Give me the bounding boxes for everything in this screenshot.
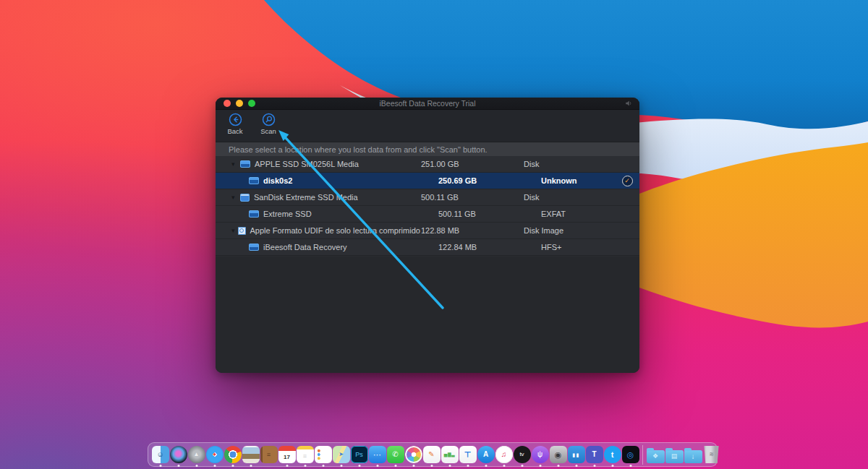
running-indicator <box>593 465 595 467</box>
numbers-glyph: ▅▇▃ <box>444 452 455 457</box>
running-indicator <box>286 465 288 467</box>
table-row-apple-ssd[interactable]: ▾ APPLE SSD SM0256L Media 251.00 GB Disk <box>216 156 639 173</box>
finder-icon[interactable]: ☺ <box>152 446 169 463</box>
photos-icon[interactable] <box>405 446 422 463</box>
toolbar: Back Scan <box>216 110 639 142</box>
running-indicator <box>557 465 559 467</box>
dock: ☺▲✦≡17≡➤Ps⋯✆✎▅▇▃⊤A♫tvψ◉▮▮Tt◎❖▤↓≋ <box>148 442 718 467</box>
running-indicator <box>521 465 523 467</box>
internal-drive-icon <box>240 160 250 168</box>
disclosure-triangle-icon[interactable]: ▾ <box>231 194 237 201</box>
music-icon[interactable]: ♫ <box>495 446 513 463</box>
selected-checkmark-icon[interactable]: ✓ <box>622 176 633 186</box>
pages-icon[interactable]: ✎ <box>423 446 441 463</box>
safari-icon[interactable]: ✦ <box>206 446 224 463</box>
internal-drive-icon <box>249 177 259 184</box>
contacts-glyph: ≡ <box>267 452 271 458</box>
ibeesoft-data-recovery-icon[interactable]: ◎ <box>622 446 639 463</box>
keynote-glyph: ⊤ <box>464 451 471 459</box>
disclosure-triangle-icon[interactable]: ▾ <box>231 227 235 234</box>
usb-drive-icon <box>240 194 250 202</box>
reminders-icon[interactable] <box>315 446 332 463</box>
internal-drive-icon <box>249 210 259 218</box>
teams-icon[interactable]: T <box>586 446 603 463</box>
documents-folder-icon[interactable]: ▤ <box>665 450 684 463</box>
running-indicator <box>213 465 216 467</box>
contacts-icon[interactable]: ≡ <box>260 446 278 463</box>
running-indicator <box>159 465 161 467</box>
facetime-icon[interactable]: ✆ <box>387 446 404 463</box>
running-indicator <box>394 465 396 467</box>
row-size: 122.88 MB <box>421 226 524 235</box>
row-size: 500.11 GB <box>421 193 524 202</box>
running-indicator <box>322 465 324 467</box>
photoshop-glyph: Ps <box>355 452 363 458</box>
image-viewer-icon[interactable] <box>242 446 260 463</box>
siri-icon[interactable] <box>170 446 187 463</box>
twitter-icon[interactable]: t <box>604 446 621 463</box>
maps-icon[interactable]: ➤ <box>333 446 350 463</box>
running-indicator <box>340 465 342 467</box>
zoom-button[interactable] <box>248 100 255 107</box>
row-type: HFS+ <box>541 243 615 251</box>
running-indicator <box>430 465 433 467</box>
window-title: iBeesoft Data Recovery Trial <box>216 99 639 108</box>
running-indicator <box>358 465 360 467</box>
table-row-disk0s2[interactable]: disk0s2 250.69 GB Unknown ✓ <box>216 173 639 189</box>
running-indicator <box>195 465 197 467</box>
disclosure-triangle-icon[interactable]: ▾ <box>231 160 237 168</box>
internal-drive-icon <box>249 244 259 251</box>
drive-table: ▾ APPLE SSD SM0256L Media 251.00 GB Disk… <box>216 156 639 256</box>
numbers-icon[interactable]: ▅▇▃ <box>441 446 459 463</box>
podcasts-icon[interactable]: ψ <box>532 446 549 463</box>
applications-folder-glyph: ❖ <box>652 453 658 460</box>
running-indicator <box>629 465 631 467</box>
maps-glyph: ➤ <box>339 452 344 457</box>
table-row-sandisk[interactable]: ▾ SanDisk Extreme SSD Media 500.11 GB Di… <box>216 189 639 206</box>
table-row-udif-media[interactable]: ▾ Apple Formato UDIF de solo lectura com… <box>216 223 639 239</box>
appletv-icon[interactable]: tv <box>514 446 531 463</box>
row-name: Extreme SSD <box>263 210 312 218</box>
messages-icon[interactable]: ⋯ <box>369 446 386 463</box>
scan-button[interactable]: Scan <box>258 113 279 135</box>
appstore-icon[interactable]: A <box>477 446 495 463</box>
downloads-folder-glyph: ↓ <box>692 453 695 460</box>
trash-icon[interactable]: ≋ <box>703 446 720 463</box>
row-type: Disk <box>524 193 615 202</box>
table-row-ibeesoft-volume[interactable]: iBeesoft Data Recovery 122.84 MB HFS+ <box>216 239 639 256</box>
empty-list-area <box>216 256 639 373</box>
ibeesoft-data-recovery-glyph: ◎ <box>627 451 634 459</box>
row-size: 250.69 GB <box>438 176 541 185</box>
chrome-icon[interactable] <box>224 446 242 463</box>
row-name: Apple Formato UDIF de solo lectura compr… <box>250 226 421 235</box>
camera-dial-icon[interactable]: ◉ <box>550 446 567 463</box>
row-name: disk0s2 <box>263 176 292 185</box>
close-button[interactable] <box>224 100 231 107</box>
photoshop-icon[interactable]: Ps <box>351 446 368 463</box>
running-indicator <box>376 465 378 467</box>
notes-icon[interactable]: ≡ <box>297 446 314 463</box>
row-name: APPLE SSD SM0256L Media <box>255 160 359 168</box>
downloads-folder-icon[interactable]: ↓ <box>684 450 702 463</box>
row-size: 122.84 MB <box>438 243 541 251</box>
scan-label: Scan <box>260 127 276 135</box>
keynote-icon[interactable]: ⊤ <box>459 446 477 463</box>
applications-folder-icon[interactable]: ❖ <box>647 450 665 463</box>
disk-image-icon <box>238 227 246 235</box>
table-row-extreme-ssd[interactable]: Extreme SSD 500.11 GB EXFAT <box>216 206 639 223</box>
trello-icon[interactable]: ▮▮ <box>568 446 585 463</box>
calendar-icon[interactable]: 17 <box>278 446 296 463</box>
launchpad-icon[interactable]: ▲ <box>188 446 205 463</box>
volume-icon[interactable] <box>624 99 633 109</box>
launchpad-glyph: ▲ <box>194 452 200 457</box>
back-button[interactable]: Back <box>224 113 246 135</box>
podcasts-glyph: ψ <box>537 451 542 458</box>
traffic-lights <box>224 100 255 107</box>
back-icon <box>229 113 242 126</box>
row-type: Disk <box>524 160 615 168</box>
finder-glyph: ☺ <box>156 451 163 458</box>
trash-glyph: ≋ <box>709 452 714 457</box>
pages-glyph: ✎ <box>428 451 434 458</box>
minimize-button[interactable] <box>236 100 243 107</box>
back-label: Back <box>227 127 242 135</box>
